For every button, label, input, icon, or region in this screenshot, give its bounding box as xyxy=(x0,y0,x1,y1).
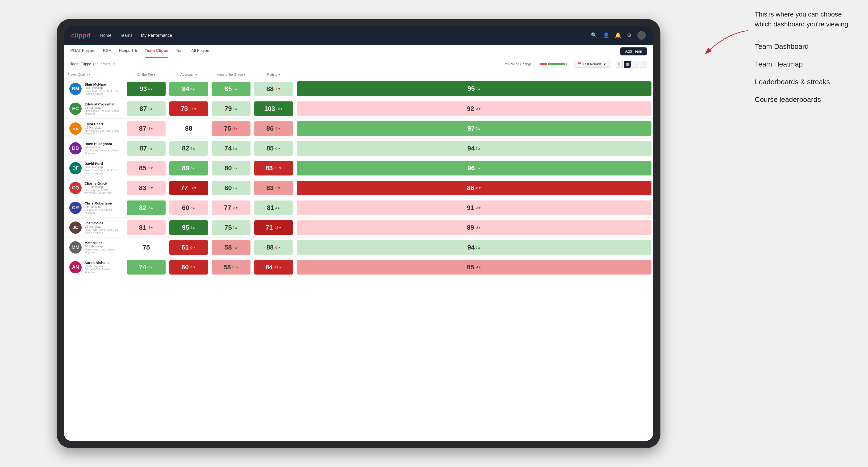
metric-change: -21▲ xyxy=(274,266,282,269)
player-name: Dave Billingham xyxy=(85,142,119,146)
annotation-area: This is where you can choose which dashb… xyxy=(755,9,854,112)
player-avatar: BM xyxy=(69,83,82,95)
search-icon[interactable]: 🔍 xyxy=(591,32,597,38)
player-cell[interactable]: CQ Charlie Quick 6-10 Handicap St. Georg… xyxy=(64,178,125,198)
table-row: EE Elliot Ebert 1-5 Handicap Sunningdale… xyxy=(64,119,653,138)
col-header-approach[interactable]: Approach ▾ xyxy=(167,70,210,79)
player-name: Josh Coles xyxy=(85,221,119,225)
metric-change: 8▲ xyxy=(233,87,238,91)
player-hcap: Plus Handicap xyxy=(85,165,119,169)
metric-change: 4▲ xyxy=(148,147,153,150)
heatmap-view-button[interactable]: ▦ xyxy=(624,61,631,68)
metric-change: -8▼ xyxy=(475,186,481,190)
sort-button[interactable]: ↕ xyxy=(640,61,647,68)
metric-box: 85 8▲ xyxy=(212,82,250,96)
metric-value: 88 xyxy=(266,85,274,93)
list-view-button[interactable]: ☰ xyxy=(632,61,639,68)
player-name: Elliot Ebert xyxy=(85,122,119,126)
metric-value: 71 xyxy=(266,224,273,231)
metric-box: 80 1▲ xyxy=(212,181,250,195)
metric-value: 91 xyxy=(467,204,474,212)
edit-icon[interactable]: ✎ xyxy=(113,62,116,66)
metric-cell: 75 xyxy=(125,238,167,257)
last-rounds-button[interactable]: 📅 Last Rounds: 20 xyxy=(574,61,611,68)
metric-value: 93 xyxy=(140,85,147,93)
metric-cell: 88 -1▼ xyxy=(252,79,295,99)
nav-my-performance[interactable]: My Performance xyxy=(141,33,172,38)
settings-icon[interactable]: ⚙ xyxy=(627,32,632,38)
player-info: Edward Crossman 1-5 Handicap Sunningdale… xyxy=(85,102,119,115)
player-cell[interactable]: DF David Ford Plus Handicap Royal North … xyxy=(64,158,125,178)
metric-box: 80 3▲ xyxy=(212,161,250,176)
metric-value: 80 xyxy=(224,184,232,192)
metric-value: 94 xyxy=(467,244,475,251)
avatar[interactable] xyxy=(637,31,646,40)
metric-change: -3▼ xyxy=(475,107,481,111)
grid-view-button[interactable]: ⊞ xyxy=(616,61,623,68)
metric-cell: 58 10▲ xyxy=(210,257,252,277)
player-hcap: 11-15 Handicap xyxy=(85,264,119,268)
metric-change: -8▲ xyxy=(147,266,153,269)
player-cell[interactable]: DB Dave Billingham 1-5 Handicap Gog Mago… xyxy=(64,138,125,158)
metric-box: 77 -3▼ xyxy=(212,200,250,215)
metric-change: 3▲ xyxy=(233,166,238,170)
player-cell[interactable]: CR Chris Robertson 1-5 Handicap Craigmil… xyxy=(64,198,125,218)
tab-tour[interactable]: Tour xyxy=(176,45,184,58)
player-cell[interactable]: JC Josh Coles 1-5 Handicap Royal North D… xyxy=(64,218,125,238)
metric-change: -11▼ xyxy=(189,107,197,111)
metric-change: 4▲ xyxy=(233,246,238,249)
navbar: clippd Home Teams My Performance 🔍 👤 🔔 ⚙ xyxy=(64,26,653,45)
app-logo[interactable]: clippd xyxy=(71,32,91,39)
tab-pga[interactable]: PGA xyxy=(103,45,111,58)
metric-cell: 75 -3▼ xyxy=(210,119,252,138)
metric-value: 85 xyxy=(467,263,474,271)
player-hcap: 1-5 Handicap xyxy=(85,146,119,149)
player-name: Chris Robertson xyxy=(85,201,119,205)
col-header-around-green[interactable]: Around the Green ▾ xyxy=(210,70,252,79)
bell-icon[interactable]: 🔔 xyxy=(615,32,621,38)
metric-cell: 83 -3▼ xyxy=(125,178,167,198)
metric-cell: 83 -10▼ xyxy=(252,158,295,178)
tab-all-players[interactable]: All Players xyxy=(191,45,210,58)
metric-value: 83 xyxy=(266,184,274,192)
player-cell[interactable]: EE Elliot Ebert 1-5 Handicap Sunningdale… xyxy=(64,119,125,138)
metric-cell: 94 3▲ xyxy=(295,238,653,257)
metric-box: 85 -3▼ xyxy=(127,161,165,176)
add-team-button[interactable]: Add Team xyxy=(620,48,647,55)
player-cell[interactable]: EC Edward Crossman 1-5 Handicap Sunningd… xyxy=(64,99,125,119)
col-header-off-tee[interactable]: Off the Tee ▾ xyxy=(125,70,167,79)
col-header-player[interactable]: Player Quality ▾ xyxy=(64,70,125,79)
player-cell[interactable]: BM Blair McHarg Plus Handicap Royal Nort… xyxy=(64,79,125,99)
metric-value: 95 xyxy=(467,85,475,92)
metric-value: 82 xyxy=(182,145,189,152)
nav-home[interactable]: Home xyxy=(100,33,112,38)
col-header-putting[interactable]: Putting ▾ xyxy=(252,70,295,79)
tab-team-clippd[interactable]: Team Clippd xyxy=(145,45,168,58)
nav-teams[interactable]: Teams xyxy=(120,33,132,38)
metric-change: 9▲ xyxy=(476,87,481,91)
player-cell[interactable]: AN Aaron Nicholls 11-15 Handicap Drift G… xyxy=(64,257,125,277)
player-avatar: MM xyxy=(69,241,82,253)
metric-change: 1▲ xyxy=(233,147,238,150)
player-avatar: JC xyxy=(69,221,82,234)
metric-cell: 74 1▲ xyxy=(210,138,252,158)
metric-change: 9▲ xyxy=(233,107,238,111)
metric-change: -2▼ xyxy=(475,226,481,229)
player-club: Sunningdale Golf Club, United Kingdom xyxy=(85,110,119,115)
tab-hcaps[interactable]: Hcaps 1-5 xyxy=(119,45,137,58)
metric-cell: 85 -3▼ xyxy=(125,158,167,178)
metric-cell: 94 1▲ xyxy=(295,138,653,158)
metric-value: 84 xyxy=(182,85,189,93)
last-rounds-value: 20 xyxy=(603,62,607,66)
metric-change: -10▼ xyxy=(274,166,282,170)
player-hcap: 1-5 Handicap xyxy=(85,225,119,228)
tab-pgat-players[interactable]: PGAT Players xyxy=(70,45,95,58)
user-icon[interactable]: 👤 xyxy=(603,32,609,38)
metric-cell: 81 -3▼ xyxy=(125,218,167,238)
metric-box: 88 -2▼ xyxy=(254,240,293,255)
player-cell[interactable]: MM Matt Miller 6-10 Handicap Woburn Golf… xyxy=(64,238,125,257)
annotation-intro: This is where you can choose which dashb… xyxy=(755,9,854,29)
metric-cell: 91 -3▼ xyxy=(295,198,653,218)
metric-value: 97 xyxy=(467,125,475,132)
metric-change: -2▼ xyxy=(275,246,281,249)
